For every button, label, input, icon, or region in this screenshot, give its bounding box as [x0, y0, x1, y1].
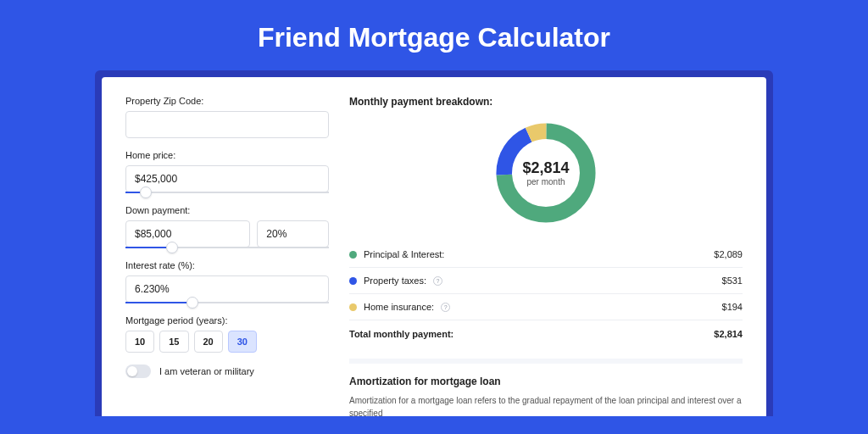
term-button-10[interactable]: 10	[125, 331, 154, 353]
rate-label: Interest rate (%):	[125, 260, 329, 270]
term-button-20[interactable]: 20	[194, 331, 223, 353]
price-slider[interactable]	[125, 192, 329, 193]
price-input[interactable]	[125, 165, 329, 192]
info-icon[interactable]: ?	[433, 276, 442, 286]
amortization-heading: Amortization for mortgage loan	[349, 376, 743, 387]
total-value: $2,814	[714, 329, 743, 339]
page-title: Friend Mortgage Calculator	[0, 0, 868, 70]
line-value: $531	[722, 275, 743, 286]
line-value: $194	[722, 302, 743, 312]
rate-slider[interactable]	[125, 302, 329, 303]
dp-slider[interactable]	[125, 247, 329, 248]
price-field-group: Home price:	[125, 150, 329, 193]
dp-label: Down payment:	[125, 205, 329, 215]
breakdown-title: Monthly payment breakdown:	[349, 96, 743, 108]
form-column: Property Zip Code: Home price: Down paym…	[125, 96, 329, 416]
zip-field-group: Property Zip Code:	[125, 96, 329, 138]
line-item-tax: Property taxes: ? $531	[349, 268, 743, 294]
breakdown-column: Monthly payment breakdown: $2,814 per mo…	[349, 96, 743, 416]
term-field-group: Mortgage period (years): 10 15 20 30	[125, 315, 329, 353]
line-label: Principal & Interest:	[364, 249, 444, 259]
dp-slider-thumb[interactable]	[166, 242, 178, 253]
donut-amount: $2,814	[522, 159, 569, 177]
price-label: Home price:	[125, 150, 329, 160]
dp-percent-input[interactable]	[257, 220, 329, 248]
donut-chart: $2,814 per month	[491, 118, 601, 228]
zip-input[interactable]	[125, 111, 329, 138]
line-label: Home insurance:	[364, 302, 434, 312]
dp-field-group: Down payment:	[125, 205, 329, 248]
term-button-15[interactable]: 15	[159, 331, 188, 353]
dp-amount-input[interactable]	[125, 220, 250, 248]
dot-icon	[349, 277, 357, 285]
calculator-card: Property Zip Code: Home price: Down paym…	[102, 77, 766, 416]
amortization-text: Amortization for a mortgage loan refers …	[349, 394, 743, 416]
info-icon[interactable]: ?	[441, 303, 450, 312]
line-item-total: Total monthly payment: $2,814	[349, 320, 743, 347]
donut-sub: per month	[526, 177, 565, 186]
card-backdrop: Property Zip Code: Home price: Down paym…	[95, 70, 773, 416]
rate-slider-thumb[interactable]	[186, 297, 198, 309]
term-button-30[interactable]: 30	[228, 331, 257, 353]
donut-center: $2,814 per month	[491, 118, 601, 228]
term-buttons: 10 15 20 30	[125, 331, 329, 353]
amortization-section: Amortization for mortgage loan Amortizat…	[349, 359, 743, 416]
veteran-toggle-knob	[127, 366, 137, 376]
donut-chart-wrap: $2,814 per month	[349, 118, 743, 228]
dot-icon	[349, 251, 357, 259]
rate-field-group: Interest rate (%):	[125, 260, 329, 303]
line-item-pi: Principal & Interest: $2,089	[349, 242, 743, 268]
line-item-ins: Home insurance: ? $194	[349, 294, 743, 320]
price-slider-thumb[interactable]	[140, 186, 152, 198]
line-value: $2,089	[714, 249, 743, 259]
line-label: Property taxes:	[364, 275, 426, 286]
dot-icon	[349, 303, 357, 311]
term-label: Mortgage period (years):	[125, 315, 329, 326]
veteran-toggle[interactable]	[125, 364, 151, 378]
veteran-toggle-row: I am veteran or military	[125, 364, 329, 378]
veteran-label: I am veteran or military	[159, 366, 254, 376]
total-label: Total monthly payment:	[349, 329, 453, 339]
rate-input[interactable]	[125, 275, 329, 303]
zip-label: Property Zip Code:	[125, 96, 329, 106]
